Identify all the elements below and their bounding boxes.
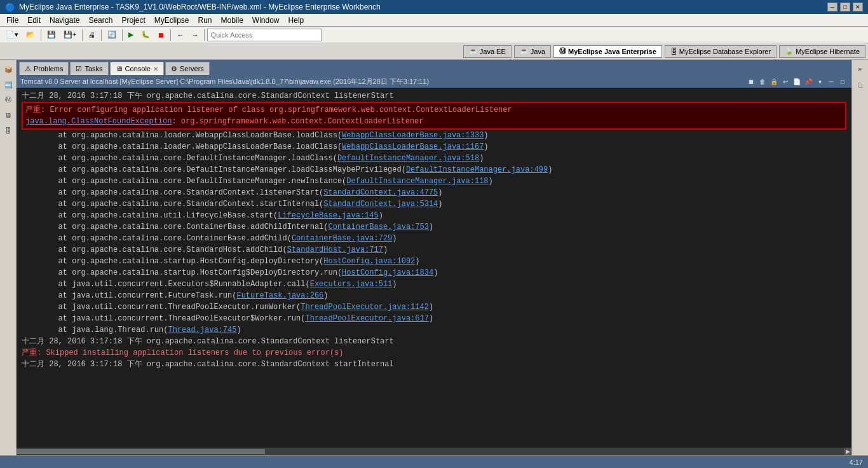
sidebar-pkg-explorer[interactable]: 📦 bbox=[1, 62, 15, 76]
link-11[interactable]: StandardHost.java:717 bbox=[287, 245, 383, 254]
sidebar-myeclipse[interactable]: Ⓜ bbox=[1, 93, 15, 107]
new-button[interactable]: 📄▾ bbox=[3, 28, 22, 42]
console-scroll-lock-btn[interactable]: 🔒 bbox=[769, 76, 779, 86]
persp-myeclipse-enterprise[interactable]: Ⓜ MyEclipse Java Enterprise bbox=[553, 45, 662, 58]
console-word-wrap-btn[interactable]: ↩ bbox=[780, 76, 790, 86]
hib-icon: 🍃 bbox=[785, 47, 794, 55]
close-button[interactable]: ✕ bbox=[853, 3, 863, 11]
console-exception-link[interactable]: java.lang.ClassNotFoundException bbox=[25, 117, 172, 126]
db-label: MyEclipse Database Explorer bbox=[679, 48, 771, 55]
link-4[interactable]: DefaultInstanceManager.java:499 bbox=[406, 165, 548, 174]
scrollbar-track bbox=[17, 448, 844, 455]
editor-area: ⚠ Problems ☑ Tasks 🖥 Console ✕ ⚙ Servers… bbox=[17, 60, 851, 455]
console-minimize-btn[interactable]: ─ bbox=[826, 76, 836, 86]
link-1[interactable]: WebappClassLoaderBase.java:1333 bbox=[342, 131, 484, 140]
console-line-22: 严重: Skipped installing application liste… bbox=[22, 347, 846, 359]
refresh-button[interactable]: 🔄 bbox=[104, 28, 119, 42]
menu-help[interactable]: Help bbox=[285, 15, 308, 26]
scrollbar-right-arrow[interactable]: ▶ bbox=[844, 448, 851, 455]
quick-access-container bbox=[207, 29, 322, 41]
link-7[interactable]: StandardContext.java:5314 bbox=[323, 200, 438, 209]
menu-edit[interactable]: Edit bbox=[24, 15, 44, 26]
console-line-11: at org.apache.catalina.core.ContainerBas… bbox=[22, 221, 846, 233]
link-10[interactable]: ContainerBase.java:729 bbox=[292, 234, 392, 243]
right-sidebar-btn2[interactable]: ⎕ bbox=[853, 78, 867, 92]
console-output[interactable]: 十二月 28, 2016 3:17:18 下午 org.apache.catal… bbox=[17, 88, 851, 448]
save-button[interactable]: 💾 bbox=[44, 28, 59, 42]
link-6[interactable]: StandardContext.java:4775 bbox=[323, 188, 438, 197]
link-12[interactable]: HostConfig.java:1092 bbox=[323, 257, 415, 266]
console-header-left: Tomcat v8.0 Server at localhost [MyEclip… bbox=[20, 77, 429, 86]
save-all-button[interactable]: 💾+ bbox=[60, 28, 79, 42]
console-line-14: at org.apache.catalina.startup.HostConfi… bbox=[22, 256, 846, 267]
menu-file[interactable]: File bbox=[3, 15, 22, 26]
link-5[interactable]: DefaultInstanceManager.java:118 bbox=[346, 177, 488, 186]
right-sidebar-btn1[interactable]: ≡ bbox=[853, 62, 867, 76]
separator1 bbox=[41, 29, 41, 41]
link-8[interactable]: LifecycleBase.java:145 bbox=[278, 211, 378, 220]
run-button[interactable]: ▶ bbox=[125, 28, 137, 42]
back-button[interactable]: ← bbox=[173, 28, 187, 42]
tab-console[interactable]: 🖥 Console ✕ bbox=[110, 62, 164, 75]
console-line-5: at org.apache.catalina.core.DefaultInsta… bbox=[22, 153, 846, 164]
tab-problems[interactable]: ⚠ Problems bbox=[19, 62, 69, 75]
link-3[interactable]: DefaultInstanceManager.java:518 bbox=[337, 154, 479, 163]
console-view-menu-btn[interactable]: ▾ bbox=[815, 76, 825, 86]
persp-db-explorer[interactable]: 🗄 MyEclipse Database Explorer bbox=[665, 45, 776, 58]
menu-myeclipse[interactable]: MyEclipse bbox=[151, 15, 193, 26]
menu-run[interactable]: Run bbox=[194, 15, 215, 26]
open-button[interactable]: 📂 bbox=[23, 28, 38, 42]
tab-bar: ⚠ Problems ☑ Tasks 🖥 Console ✕ ⚙ Servers bbox=[17, 60, 851, 75]
menu-window[interactable]: Window bbox=[248, 15, 283, 26]
java-ee-label: Java EE bbox=[480, 48, 506, 55]
link-17[interactable]: ThreadPoolExecutor.java:617 bbox=[305, 314, 428, 323]
link-13[interactable]: HostConfig.java:1834 bbox=[342, 268, 433, 277]
console-open-file-btn[interactable]: 📄 bbox=[792, 76, 802, 86]
debug-button[interactable]: 🐛 bbox=[138, 28, 153, 42]
problems-icon: ⚠ bbox=[25, 65, 31, 73]
link-16[interactable]: ThreadPoolExecutor.java:1142 bbox=[301, 303, 429, 312]
tasks-icon: ☑ bbox=[76, 65, 82, 73]
persp-java[interactable]: ☕ Java bbox=[514, 45, 551, 58]
servers-icon: ⚙ bbox=[171, 65, 177, 73]
console-pin-btn[interactable]: 📌 bbox=[803, 76, 813, 86]
perspective-bar: ☕ Java EE ☕ Java Ⓜ MyEclipse Java Enterp… bbox=[0, 43, 868, 60]
console-header-right: ⏹ 🗑 🔒 ↩ 📄 📌 ▾ ─ □ bbox=[746, 76, 848, 86]
separator4 bbox=[122, 29, 123, 41]
tab-console-close[interactable]: ✕ bbox=[153, 65, 158, 72]
tab-servers[interactable]: ⚙ Servers bbox=[165, 62, 210, 75]
stop-button[interactable]: ⏹ bbox=[154, 28, 168, 42]
console-maximize-btn[interactable]: □ bbox=[837, 76, 848, 86]
db-icon: 🗄 bbox=[670, 48, 677, 55]
sidebar-hierarchy[interactable]: 🔤 bbox=[1, 78, 15, 92]
main-area: 📦 🔤 Ⓜ 🖥 🗄 ⚠ Problems ☑ Tasks 🖥 Console ✕… bbox=[0, 60, 868, 455]
quick-access-input[interactable] bbox=[207, 29, 322, 41]
menu-navigate[interactable]: Navigate bbox=[46, 15, 83, 26]
sidebar-servers[interactable]: 🖥 bbox=[1, 108, 15, 122]
sidebar-db[interactable]: 🗄 bbox=[1, 123, 15, 137]
print-button[interactable]: 🖨 bbox=[85, 28, 98, 42]
menu-mobile[interactable]: Mobile bbox=[217, 15, 247, 26]
horizontal-scrollbar[interactable]: ▶ bbox=[17, 448, 851, 455]
console-stop-btn[interactable]: ⏹ bbox=[746, 76, 756, 86]
menu-project[interactable]: Project bbox=[118, 15, 149, 26]
persp-java-ee[interactable]: ☕ Java EE bbox=[463, 45, 512, 58]
link-9[interactable]: ContainerBase.java:753 bbox=[328, 223, 428, 231]
persp-hibernate[interactable]: 🍃 MyEclipse Hibernate bbox=[779, 45, 865, 58]
scrollbar-thumb[interactable] bbox=[17, 449, 265, 454]
link-2[interactable]: WebappClassLoaderBase.java:1167 bbox=[342, 142, 484, 151]
maximize-button[interactable]: □ bbox=[840, 3, 850, 11]
link-18[interactable]: Thread.java:745 bbox=[168, 326, 236, 334]
minimize-button[interactable]: ─ bbox=[827, 3, 837, 11]
separator6 bbox=[204, 29, 205, 41]
link-14[interactable]: Executors.java:511 bbox=[310, 280, 393, 289]
forward-button[interactable]: → bbox=[188, 28, 201, 42]
console-line-6: at org.apache.catalina.core.DefaultInsta… bbox=[22, 164, 846, 176]
tab-tasks[interactable]: ☑ Tasks bbox=[70, 62, 108, 75]
console-line-17: at java.util.concurrent.FutureTask.run(F… bbox=[22, 290, 846, 301]
link-15[interactable]: FutureTask.java:266 bbox=[236, 291, 323, 300]
me-label: MyEclipse Java Enterprise bbox=[568, 48, 656, 55]
menu-search[interactable]: Search bbox=[85, 15, 116, 26]
title-bar-controls: ─ □ ✕ bbox=[827, 3, 863, 11]
console-clear-btn[interactable]: 🗑 bbox=[757, 76, 768, 86]
